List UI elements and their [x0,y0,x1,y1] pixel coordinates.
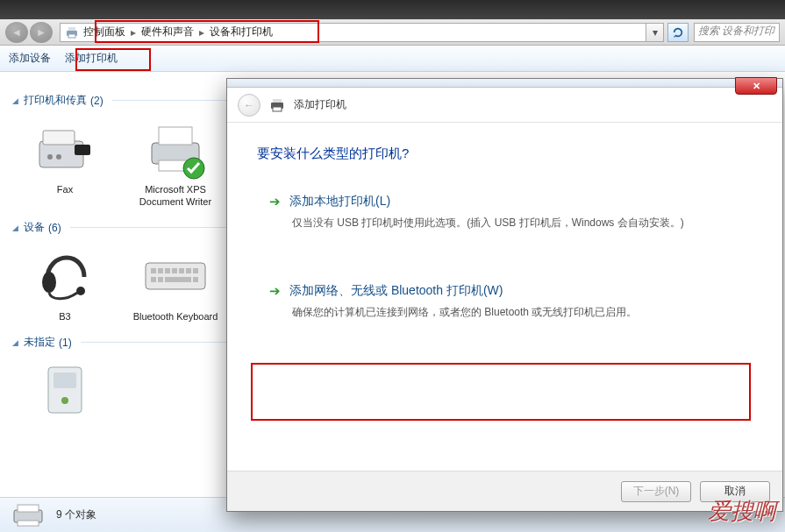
dialog-title-bar[interactable]: ✕ [227,79,782,88]
option-local-desc: 仅当没有 USB 打印机时使用此选项。(插入 USB 打印机后，Windows … [269,215,740,231]
device-b3[interactable]: B3 [12,244,118,323]
svg-rect-22 [151,277,156,282]
close-button[interactable]: ✕ [735,77,777,95]
svg-rect-5 [75,145,90,155]
option-local-printer[interactable]: ➔ 添加本地打印机(L) 仅当没有 USB 打印机时使用此选项。(插入 USB … [257,185,753,243]
svg-rect-25 [193,277,198,282]
group-unspecified-count: (1) [59,337,72,349]
group-printers-title: 打印机和传真 [24,93,87,108]
printer-icon [269,97,285,113]
svg-rect-20 [186,268,191,273]
svg-rect-14 [146,263,205,289]
svg-point-13 [76,287,85,295]
svg-rect-17 [165,268,170,273]
svg-rect-16 [158,268,163,273]
svg-rect-24 [165,277,191,282]
svg-rect-21 [193,268,198,273]
svg-rect-9 [159,127,192,145]
svg-rect-2 [68,34,75,38]
option-network-title: 添加网络、无线或 Bluetooth 打印机(W) [289,283,503,299]
status-count: 9 个对象 [56,507,96,522]
fax-icon [30,117,100,180]
group-devices-title: 设备 [24,220,45,235]
option-local-title: 添加本地打印机(L) [289,194,390,209]
recent-locations-dropdown[interactable]: ▾ [646,23,664,42]
add-printer-dialog: ✕ ← 添加打印机 要安装什么类型的打印机? ➔ 添加本地打印机(L) 仅当没有… [226,78,783,512]
back-button[interactable]: ◄ [5,22,28,43]
keyboard-icon [140,244,211,307]
forward-button[interactable]: ► [30,22,53,43]
device-label: B3 [12,310,118,323]
printer-icon [64,25,80,40]
printer-icon [140,117,211,180]
chevron-right-icon: ▸ [131,26,136,39]
svg-rect-1 [68,27,75,31]
dialog-heading: 要安装什么类型的打印机? [257,145,753,162]
group-devices-count: (6) [48,222,61,234]
option-network-printer[interactable]: ➔ 添加网络、无线或 Bluetooth 打印机(W) 确保您的计算机已连接到网… [257,274,753,332]
headset-icon [30,244,100,307]
nav-bar: ◄ ► 控制面板 ▸ 硬件和声音 ▸ 设备和打印机 ▾ 搜索 设备和打印 [0,19,785,46]
dialog-footer: 下一步(N) 取消 [227,471,782,511]
crumb-hardware-sound[interactable]: 硬件和声音 [141,25,194,39]
svg-rect-19 [179,268,184,273]
group-printers-count: (2) [90,95,103,107]
window-title-bar [0,0,785,19]
svg-point-12 [42,272,56,293]
chevron-right-icon: ▸ [199,26,204,39]
breadcrumb[interactable]: 控制面板 ▸ 硬件和声音 ▸ 设备和打印机 [60,23,646,42]
svg-rect-15 [151,268,156,273]
option-network-desc: 确保您的计算机已连接到网络，或者您的 Bluetooth 或无线打印机已启用。 [269,304,740,320]
svg-rect-23 [158,277,163,282]
refresh-button[interactable] [667,23,689,42]
next-button[interactable]: 下一步(N) [621,481,691,502]
device-label: Microsoft XPS Document Writer [123,183,228,208]
dialog-title: 添加打印机 [294,97,346,112]
svg-rect-18 [172,268,177,273]
svg-rect-31 [18,521,39,526]
device-label: Fax [12,183,118,195]
device-bt-keyboard[interactable]: Bluetooth Keyboard [123,244,228,323]
svg-point-6 [47,154,53,160]
group-unspecified-title: 未指定 [24,335,55,350]
crumb-devices-printers[interactable]: 设备和打印机 [210,25,273,39]
device-generic[interactable] [12,358,118,425]
cancel-button[interactable]: 取消 [700,481,770,502]
svg-point-28 [61,397,68,404]
add-device-button[interactable]: 添加设备 [9,51,51,66]
arrow-right-icon: ➔ [269,283,281,299]
svg-point-7 [56,154,61,160]
device-xps-writer[interactable]: Microsoft XPS Document Writer [123,117,228,208]
svg-rect-27 [54,372,76,388]
svg-rect-33 [273,99,282,103]
crumb-control-panel[interactable]: 控制面板 [83,25,125,39]
arrow-right-icon: ➔ [269,194,281,209]
device-fax[interactable]: Fax [12,117,118,208]
status-thumb-icon [11,502,46,528]
search-input[interactable]: 搜索 设备和打印 [694,23,780,42]
device-label: Bluetooth Keyboard [123,310,228,323]
svg-rect-30 [18,505,39,512]
dialog-back-button[interactable]: ← [238,94,260,117]
generic-device-icon [30,358,100,422]
add-printer-button[interactable]: 添加打印机 [65,51,118,66]
dialog-body: 要安装什么类型的打印机? ➔ 添加本地打印机(L) 仅当没有 USB 打印机时使… [227,123,782,372]
command-bar: 添加设备 添加打印机 [0,46,785,72]
svg-rect-34 [273,107,282,111]
svg-rect-4 [43,131,75,145]
dialog-header: ← 添加打印机 [227,88,782,123]
